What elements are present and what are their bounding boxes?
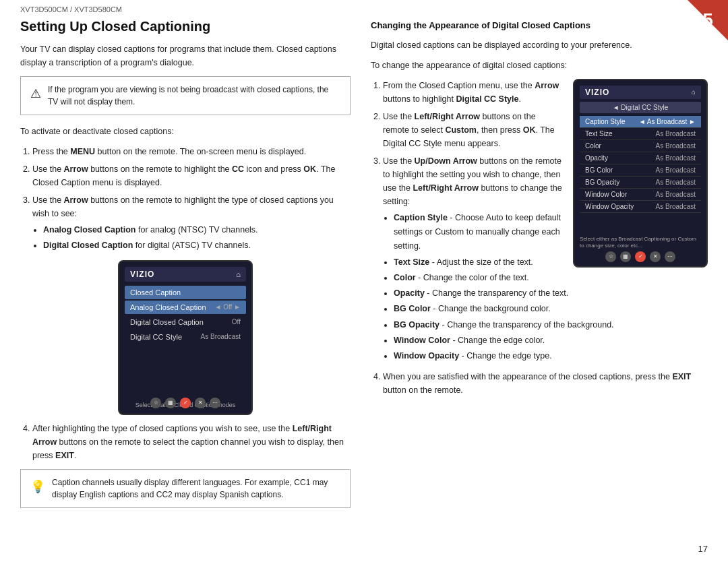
caption-types: Analog Closed Caption for analog (NTSC) … — [32, 223, 351, 253]
intro-text: Your TV can display closed captions for … — [20, 42, 351, 69]
tv-menu-digital-cc: Digital CC Style As Broadcast — [125, 330, 246, 344]
right-intro: Digital closed captions can be displayed… — [371, 38, 708, 52]
tip-icon: 💡 — [30, 478, 45, 496]
tv-right-home-icon: ⌂ — [692, 88, 696, 96]
bullet-opacity: Opacity - Change the transparency of the… — [394, 286, 708, 301]
tv-right-window-opacity: Window Opacity As Broadcast — [580, 201, 701, 213]
step-3: Use the Arrow buttons on the remote to h… — [32, 193, 351, 253]
tv-btn-check: ✓ — [180, 398, 191, 408]
bullet-bg-color: BG Color - Change the background color. — [394, 302, 708, 316]
main-content: Setting Up Closed Captioning Your TV can… — [0, 19, 728, 508]
tv-screen-right: VIZIO ⌂ ◄ Digital CC Style Caption Style… — [573, 79, 708, 268]
tv-remote-buttons-right: ☆ ▦ ✓ ✕ ⋯ — [605, 251, 675, 262]
tv-right-bg-color: BG Color As Broadcast — [580, 164, 701, 177]
tv-btn-star-r: ☆ — [605, 251, 616, 262]
tv-menu-analog: Analog Closed Caption ◄ Off ► — [125, 301, 246, 314]
tv-btn-dots-r: ⋯ — [665, 251, 675, 262]
warning-text: If the program you are viewing is not be… — [48, 84, 340, 108]
page-number: 17 — [698, 544, 708, 554]
tv-right-caption-style: Caption Style ◄ As Broadcast ► — [580, 116, 701, 128]
activate-heading: To activate or deactivate closed caption… — [20, 125, 351, 138]
right-step-4: When you are satisfied with the appearan… — [383, 370, 708, 397]
tv-btn-check-r: ✓ — [635, 251, 646, 262]
tip-box: 💡 Caption channels usually display diffe… — [20, 469, 351, 508]
tv-right-nav: ◄ Digital CC Style — [580, 102, 701, 113]
tv-screen-left: VIZIO ⌂ Closed Caption Analog Closed Cap… — [118, 260, 253, 415]
step-2: Use the Arrow buttons on the remote to h… — [32, 162, 351, 189]
tv-menu-closed-caption: Closed Caption — [125, 286, 246, 299]
vizio-logo-left: VIZIO — [130, 270, 154, 279]
step4-list: After highlighting the type of closed ca… — [20, 422, 351, 462]
tip-text: Caption channels usually display differe… — [52, 476, 340, 501]
tv-right-opacity: Opacity As Broadcast — [580, 152, 701, 164]
tv-right-color: Color As Broadcast — [580, 140, 701, 152]
analog-caption-item: Analog Closed Caption for analog (NTSC) … — [43, 223, 351, 237]
tv-menu-digital: Digital Closed Caption Off — [125, 315, 246, 329]
right-column: Changing the Appearance of Digital Close… — [371, 19, 708, 508]
vizio-logo-right: VIZIO — [585, 88, 609, 97]
model-number: XVT3D500CM / XVT3D580CM — [20, 5, 122, 13]
tv-right-window-color: Window Color As Broadcast — [580, 189, 701, 201]
tv-right-header: VIZIO ⌂ — [580, 86, 701, 99]
tv-btn-star: ☆ — [150, 398, 161, 408]
tv-home-icon: ⌂ — [236, 270, 241, 278]
step-4: After highlighting the type of closed ca… — [32, 422, 351, 462]
tv-btn-dots: ⋯ — [210, 398, 220, 408]
tv-btn-img-r: ▦ — [620, 251, 631, 262]
tv-btn-x: ✕ — [195, 398, 206, 408]
bullet-window-color: Window Color - Change the edge color. — [394, 334, 708, 348]
digital-caption-item: Digital Closed Caption for digital (ATSC… — [43, 239, 351, 253]
page-header: XVT3D500CM / XVT3D580CM — [0, 0, 728, 19]
left-column: Setting Up Closed Captioning Your TV can… — [20, 19, 351, 508]
step-1: Press the MENU button on the remote. The… — [32, 145, 351, 158]
right-step4-list: When you are satisfied with the appearan… — [371, 370, 708, 397]
tv-right-bg-opacity: BG Opacity As Broadcast — [580, 177, 701, 189]
page-title: Setting Up Closed Captioning — [20, 19, 351, 34]
bullet-window-opacity: Window Opacity - Change the edge type. — [394, 349, 708, 363]
warning-box: ⚠ If the program you are viewing is not … — [20, 76, 351, 115]
tv-btn-x-r: ✕ — [650, 251, 661, 262]
tv-remote-buttons-left: ☆ ▦ ✓ ✕ ⋯ — [150, 398, 220, 408]
tv-right-footer: Select either as Broadcast Captioning or… — [580, 236, 701, 250]
tv-right-text-size: Text Size As Broadcast — [580, 128, 701, 140]
right-change-heading: To change the appearance of digital clos… — [371, 59, 708, 72]
steps-list-left: Press the MENU button on the remote. The… — [20, 145, 351, 253]
bullet-color: Color - Change the color of the text. — [394, 271, 708, 285]
tv-header-left: VIZIO ⌂ — [125, 267, 246, 282]
bullet-bg-opacity: BG Opacity - Change the transparency of … — [394, 318, 708, 332]
warning-icon: ⚠ — [30, 85, 41, 103]
tv-btn-img: ▦ — [165, 398, 176, 408]
right-section-heading: Changing the Appearance of Digital Close… — [371, 19, 708, 33]
